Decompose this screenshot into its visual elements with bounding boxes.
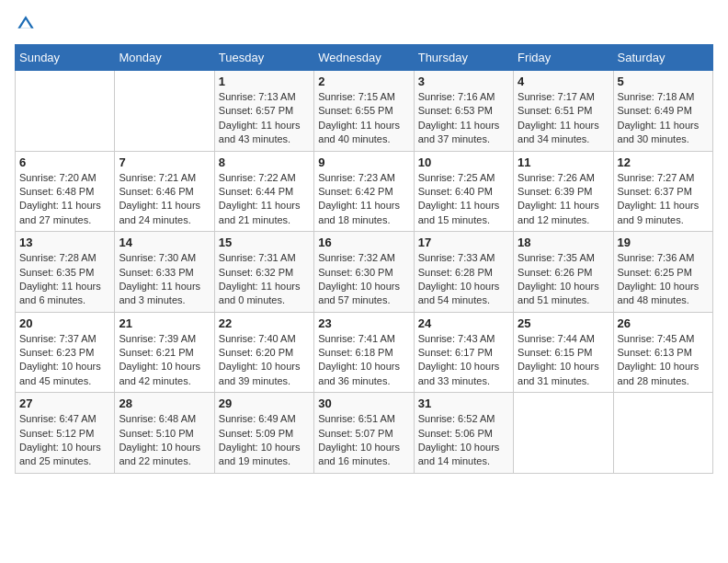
calendar-cell: 2Sunrise: 7:15 AM Sunset: 6:55 PM Daylig… [314, 71, 414, 152]
day-info: Sunrise: 7:43 AM Sunset: 6:17 PM Dayligh… [418, 332, 509, 389]
calendar-cell: 27Sunrise: 6:47 AM Sunset: 5:12 PM Dayli… [16, 393, 115, 474]
day-info: Sunrise: 7:26 AM Sunset: 6:39 PM Dayligh… [518, 171, 609, 228]
day-info: Sunrise: 7:22 AM Sunset: 6:44 PM Dayligh… [219, 171, 310, 228]
logo-icon [17, 15, 35, 33]
day-number: 16 [318, 236, 409, 249]
day-number: 22 [219, 316, 310, 330]
logo [15, 15, 37, 33]
day-of-week-header: Monday [115, 45, 214, 71]
calendar-cell: 30Sunrise: 6:51 AM Sunset: 5:07 PM Dayli… [314, 393, 414, 474]
day-info: Sunrise: 7:36 AM Sunset: 6:25 PM Dayligh… [618, 251, 709, 308]
day-number: 28 [119, 396, 210, 410]
day-info: Sunrise: 7:23 AM Sunset: 6:42 PM Dayligh… [318, 171, 409, 228]
calendar-cell: 29Sunrise: 6:49 AM Sunset: 5:09 PM Dayli… [214, 393, 313, 474]
day-number: 15 [219, 236, 310, 249]
calendar-cell [613, 393, 712, 474]
calendar-cell: 16Sunrise: 7:32 AM Sunset: 6:30 PM Dayli… [314, 232, 414, 313]
day-number: 5 [618, 75, 709, 88]
day-info: Sunrise: 6:49 AM Sunset: 5:09 PM Dayligh… [219, 412, 310, 469]
calendar-cell: 24Sunrise: 7:43 AM Sunset: 6:17 PM Dayli… [414, 312, 513, 393]
day-of-week-header: Thursday [414, 45, 513, 71]
day-number: 8 [219, 155, 310, 169]
calendar-cell: 12Sunrise: 7:27 AM Sunset: 6:37 PM Dayli… [613, 151, 712, 232]
day-of-week-header: Sunday [16, 45, 115, 71]
day-info: Sunrise: 7:28 AM Sunset: 6:35 PM Dayligh… [19, 251, 110, 308]
calendar-week-row: 1Sunrise: 7:13 AM Sunset: 6:57 PM Daylig… [16, 71, 713, 152]
day-number: 7 [119, 155, 210, 169]
day-number: 24 [418, 316, 509, 330]
calendar-cell: 19Sunrise: 7:36 AM Sunset: 6:25 PM Dayli… [613, 232, 712, 313]
day-info: Sunrise: 7:41 AM Sunset: 6:18 PM Dayligh… [318, 332, 409, 389]
calendar-cell: 28Sunrise: 6:48 AM Sunset: 5:10 PM Dayli… [115, 393, 214, 474]
calendar-cell: 5Sunrise: 7:18 AM Sunset: 6:49 PM Daylig… [613, 71, 712, 152]
calendar-cell: 25Sunrise: 7:44 AM Sunset: 6:15 PM Dayli… [514, 312, 613, 393]
calendar-week-row: 6Sunrise: 7:20 AM Sunset: 6:48 PM Daylig… [16, 151, 713, 232]
day-info: Sunrise: 7:40 AM Sunset: 6:20 PM Dayligh… [219, 332, 310, 389]
day-info: Sunrise: 7:30 AM Sunset: 6:33 PM Dayligh… [119, 251, 210, 308]
calendar-cell: 11Sunrise: 7:26 AM Sunset: 6:39 PM Dayli… [514, 151, 613, 232]
day-info: Sunrise: 6:51 AM Sunset: 5:07 PM Dayligh… [318, 412, 409, 469]
day-info: Sunrise: 7:18 AM Sunset: 6:49 PM Dayligh… [618, 90, 709, 147]
calendar-cell: 8Sunrise: 7:22 AM Sunset: 6:44 PM Daylig… [214, 151, 313, 232]
day-number: 17 [418, 236, 509, 249]
day-number: 21 [119, 316, 210, 330]
calendar-week-row: 27Sunrise: 6:47 AM Sunset: 5:12 PM Dayli… [16, 393, 713, 474]
day-number: 1 [219, 75, 310, 88]
day-number: 20 [19, 316, 110, 330]
day-info: Sunrise: 7:21 AM Sunset: 6:46 PM Dayligh… [119, 171, 210, 228]
day-number: 23 [318, 316, 409, 330]
day-of-week-header: Wednesday [314, 45, 414, 71]
day-info: Sunrise: 7:33 AM Sunset: 6:28 PM Dayligh… [418, 251, 509, 308]
day-of-week-header: Tuesday [214, 45, 313, 71]
calendar-cell [16, 71, 115, 152]
day-info: Sunrise: 7:15 AM Sunset: 6:55 PM Dayligh… [318, 90, 409, 147]
calendar-cell: 7Sunrise: 7:21 AM Sunset: 6:46 PM Daylig… [115, 151, 214, 232]
calendar-cell: 9Sunrise: 7:23 AM Sunset: 6:42 PM Daylig… [314, 151, 414, 232]
calendar-cell: 4Sunrise: 7:17 AM Sunset: 6:51 PM Daylig… [514, 71, 613, 152]
day-number: 14 [119, 236, 210, 249]
day-number: 2 [318, 75, 409, 88]
day-info: Sunrise: 7:20 AM Sunset: 6:48 PM Dayligh… [19, 171, 110, 228]
calendar-cell [115, 71, 214, 152]
calendar-week-row: 20Sunrise: 7:37 AM Sunset: 6:23 PM Dayli… [16, 312, 713, 393]
day-number: 11 [518, 155, 609, 169]
calendar-cell: 20Sunrise: 7:37 AM Sunset: 6:23 PM Dayli… [16, 312, 115, 393]
calendar-cell: 10Sunrise: 7:25 AM Sunset: 6:40 PM Dayli… [414, 151, 513, 232]
day-info: Sunrise: 7:17 AM Sunset: 6:51 PM Dayligh… [518, 90, 609, 147]
calendar-header-row: SundayMondayTuesdayWednesdayThursdayFrid… [16, 45, 713, 71]
day-number: 31 [418, 396, 509, 410]
day-info: Sunrise: 7:25 AM Sunset: 6:40 PM Dayligh… [418, 171, 509, 228]
day-info: Sunrise: 7:13 AM Sunset: 6:57 PM Dayligh… [219, 90, 310, 147]
calendar-cell: 17Sunrise: 7:33 AM Sunset: 6:28 PM Dayli… [414, 232, 513, 313]
calendar-cell: 14Sunrise: 7:30 AM Sunset: 6:33 PM Dayli… [115, 232, 214, 313]
day-info: Sunrise: 7:37 AM Sunset: 6:23 PM Dayligh… [19, 332, 110, 389]
day-of-week-header: Friday [514, 45, 613, 71]
day-number: 27 [19, 396, 110, 410]
calendar-cell: 1Sunrise: 7:13 AM Sunset: 6:57 PM Daylig… [214, 71, 313, 152]
calendar-table: SundayMondayTuesdayWednesdayThursdayFrid… [15, 44, 713, 474]
day-info: Sunrise: 7:16 AM Sunset: 6:53 PM Dayligh… [418, 90, 509, 147]
day-number: 12 [618, 155, 709, 169]
page-header [15, 15, 713, 33]
day-number: 18 [518, 236, 609, 249]
day-number: 3 [418, 75, 509, 88]
calendar-cell: 23Sunrise: 7:41 AM Sunset: 6:18 PM Dayli… [314, 312, 414, 393]
day-number: 6 [19, 155, 110, 169]
calendar-cell: 21Sunrise: 7:39 AM Sunset: 6:21 PM Dayli… [115, 312, 214, 393]
day-number: 13 [19, 236, 110, 249]
calendar-cell: 13Sunrise: 7:28 AM Sunset: 6:35 PM Dayli… [16, 232, 115, 313]
day-number: 26 [618, 316, 709, 330]
calendar-cell: 18Sunrise: 7:35 AM Sunset: 6:26 PM Dayli… [514, 232, 613, 313]
calendar-cell: 31Sunrise: 6:52 AM Sunset: 5:06 PM Dayli… [414, 393, 513, 474]
calendar-week-row: 13Sunrise: 7:28 AM Sunset: 6:35 PM Dayli… [16, 232, 713, 313]
day-info: Sunrise: 7:45 AM Sunset: 6:13 PM Dayligh… [618, 332, 709, 389]
day-info: Sunrise: 6:48 AM Sunset: 5:10 PM Dayligh… [119, 412, 210, 469]
calendar-cell: 3Sunrise: 7:16 AM Sunset: 6:53 PM Daylig… [414, 71, 513, 152]
calendar-cell: 26Sunrise: 7:45 AM Sunset: 6:13 PM Dayli… [613, 312, 712, 393]
day-info: Sunrise: 6:47 AM Sunset: 5:12 PM Dayligh… [19, 412, 110, 469]
day-number: 10 [418, 155, 509, 169]
calendar-cell [514, 393, 613, 474]
day-info: Sunrise: 7:44 AM Sunset: 6:15 PM Dayligh… [518, 332, 609, 389]
day-info: Sunrise: 7:31 AM Sunset: 6:32 PM Dayligh… [219, 251, 310, 308]
day-info: Sunrise: 6:52 AM Sunset: 5:06 PM Dayligh… [418, 412, 509, 469]
